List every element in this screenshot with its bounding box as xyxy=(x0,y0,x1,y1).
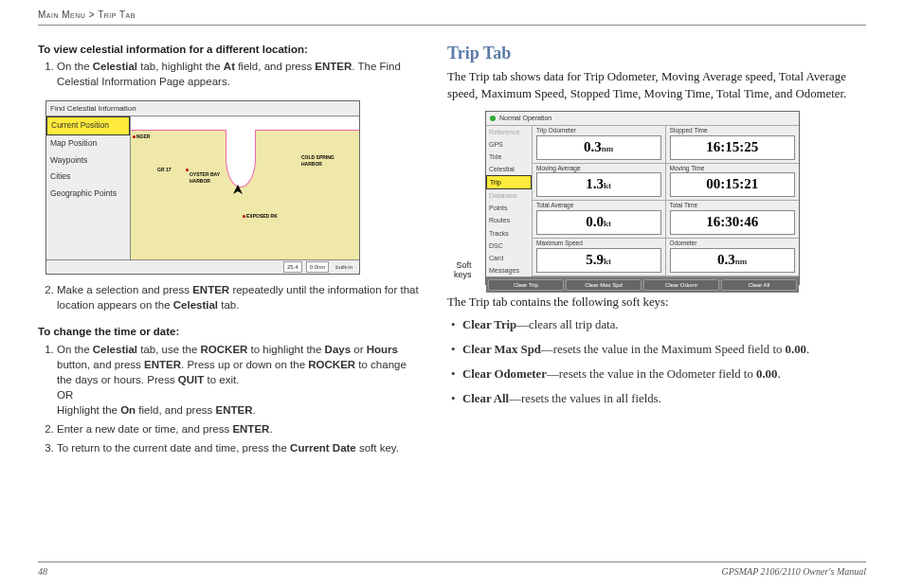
enter-bold: ENTER xyxy=(192,284,229,295)
page-footer: 48 GPSMAP 2106/2110 Owner's Manual xyxy=(38,561,866,577)
trip-cell-moving-time: Moving Time 00:15:21 xyxy=(666,164,800,202)
tab-card[interactable]: Card xyxy=(486,252,532,264)
bullet-clear-max-spd: Clear Max Spd—resets the value in the Ma… xyxy=(462,342,866,359)
b: 0.00 xyxy=(756,367,777,381)
num: 00:15:21 xyxy=(706,176,758,191)
trip-cell-trip-odometer: Trip Odometer 0.3nm xyxy=(533,126,666,164)
t: . xyxy=(777,367,780,381)
b: ENTER xyxy=(144,359,181,370)
fig-title: Find Celestial Information xyxy=(46,101,359,116)
map-dot-icon xyxy=(133,135,136,138)
status-c: built-in xyxy=(333,262,355,272)
t: tab. xyxy=(218,299,239,311)
softkeys-row: Clear Trip Clear Max Spd Clear Odomr Cle… xyxy=(486,276,799,293)
cell-value: 0.0kt xyxy=(536,210,661,235)
b: Current Date xyxy=(290,442,356,454)
celestial-item-map-position[interactable]: Map Position xyxy=(46,135,130,152)
b: Clear Trip xyxy=(462,318,516,331)
header-rule xyxy=(38,25,866,26)
change-time-hdr: To change the time or date: xyxy=(38,324,425,339)
celestial-bold: Celestial xyxy=(93,61,137,72)
t: . xyxy=(806,343,809,356)
softkey-clear-all[interactable]: Clear All xyxy=(721,279,797,291)
softkeys-label-a: Soft xyxy=(457,260,472,270)
t: or xyxy=(351,344,367,355)
softkey-clear-max-spd[interactable]: Clear Max Spd xyxy=(566,279,642,291)
trip-sidebar: Reference GPS Tide Celestial Trip Databa… xyxy=(486,126,533,276)
position-cursor-icon xyxy=(233,185,243,194)
t: . Press up or down on the xyxy=(181,359,308,370)
tab-trip[interactable]: Trip xyxy=(486,175,532,189)
cell-value: 1.3kt xyxy=(536,172,661,197)
t: —resets the value in the Odometer field … xyxy=(547,367,756,381)
tab-tracks[interactable]: Tracks xyxy=(486,227,532,240)
tab-gps[interactable]: GPS xyxy=(486,138,532,151)
b: Days xyxy=(325,344,352,355)
enter-bold: ENTER xyxy=(315,61,352,72)
t: . xyxy=(269,423,272,435)
num: 1.3 xyxy=(586,176,604,191)
tab-points[interactable]: Points xyxy=(486,202,532,214)
softkeys-intro: The Trip tab contains the following soft… xyxy=(447,294,866,312)
unit: nm xyxy=(602,144,614,153)
tab-reference[interactable]: Reference xyxy=(486,126,532,138)
celestial-item-cities[interactable]: Cities xyxy=(46,169,130,186)
bullet-clear-trip: Clear Trip—clears all trip data. xyxy=(462,317,866,334)
num: 0.3 xyxy=(584,139,602,154)
tab-celestial[interactable]: Celestial xyxy=(486,163,532,175)
tab-tide[interactable]: Tide xyxy=(486,151,532,163)
map-label: NGER xyxy=(136,134,150,140)
celestial-item-waypoints[interactable]: Waypoints xyxy=(46,152,130,169)
water-inlet xyxy=(226,130,256,187)
find-celestial-figure: Find Celestial Information Current Posit… xyxy=(45,100,360,275)
unit: kt xyxy=(604,257,611,266)
cell-label: Stopped Time xyxy=(670,127,796,134)
step-2: Make a selection and press ENTER repeate… xyxy=(57,282,425,312)
tab-routes[interactable]: Routes xyxy=(486,214,532,226)
num: 0.3 xyxy=(717,252,735,267)
ct-step-3: To return to the current date and time, … xyxy=(57,440,425,455)
b: ROCKER xyxy=(201,344,248,355)
softkey-clear-odomr[interactable]: Clear Odomr xyxy=(643,279,719,291)
breadcrumb-a: Main Menu xyxy=(38,9,85,20)
cell-label: Maximum Speed xyxy=(536,240,661,247)
breadcrumb-sep: > xyxy=(89,9,95,20)
step-1: On the Celestial tab, highlight the At f… xyxy=(57,59,425,89)
unit: nm xyxy=(735,257,748,266)
change-time-steps: On the Celestial tab, use the ROCKER to … xyxy=(38,342,425,456)
trip-cell-total-average: Total Average 0.0kt xyxy=(533,201,666,239)
tab-messages[interactable]: Messages xyxy=(486,264,532,276)
b: Hours xyxy=(367,344,398,355)
num: 5.9 xyxy=(586,252,604,267)
softkeys-callout: Soft keys xyxy=(454,261,472,280)
celestial-steps-cont: Make a selection and press ENTER repeate… xyxy=(38,282,425,312)
breadcrumb: Main Menu > Trip Tab xyxy=(38,9,136,20)
celestial-item-geographic-points[interactable]: Geographic Points xyxy=(46,186,130,203)
b: ENTER xyxy=(216,404,253,416)
t: field, and press xyxy=(235,61,315,72)
num: 16:15:25 xyxy=(706,139,758,154)
t: On the xyxy=(57,61,93,72)
b: Clear All xyxy=(462,392,509,405)
b: ROCKER xyxy=(308,359,355,370)
tab-dsc[interactable]: DSC xyxy=(486,240,532,252)
window-title: Normal Operation xyxy=(499,114,551,123)
celestial-steps: On the Celestial tab, highlight the At f… xyxy=(38,59,425,89)
cell-value: 5.9kt xyxy=(536,248,661,273)
cell-value: 16:30:46 xyxy=(670,210,796,235)
status-a: 25.4 xyxy=(283,261,302,273)
celestial-item-current-position[interactable]: Current Position xyxy=(46,116,130,135)
celestial-bold: Celestial xyxy=(173,299,218,311)
ct-step-2: Enter a new date or time, and press ENTE… xyxy=(57,421,425,437)
cell-label: Odometer xyxy=(670,240,796,247)
trip-grid: Trip Odometer 0.3nm Stopped Time 16:15:2… xyxy=(533,126,799,276)
map-label: GR 17 xyxy=(157,167,171,173)
right-column: Trip Tab The Trip tab shows data for Tri… xyxy=(447,42,866,467)
softkey-clear-trip[interactable]: Clear Trip xyxy=(488,279,564,291)
tab-database[interactable]: Database xyxy=(486,189,532,202)
b: ENTER xyxy=(232,423,269,435)
t: tab, highlight the xyxy=(137,61,224,72)
trip-body: Reference GPS Tide Celestial Trip Databa… xyxy=(486,126,799,276)
trip-cell-total-time: Total Time 16:30:46 xyxy=(666,201,800,239)
num: 0.0 xyxy=(586,214,604,229)
